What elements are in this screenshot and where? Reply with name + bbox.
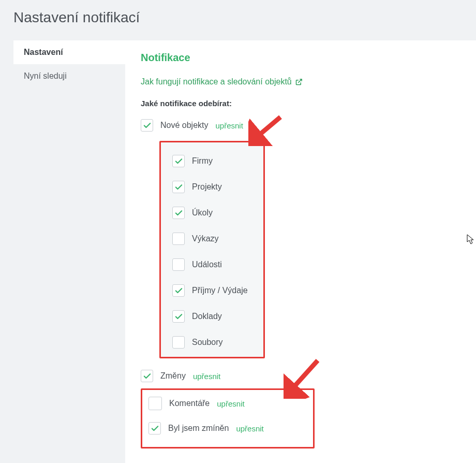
nested-label: Úkoly [192,208,213,218]
nested-label: Projekty [192,182,222,192]
nested-label: Soubory [192,338,223,347]
checkbox-ukoly[interactable] [172,207,185,219]
checkbox-firmy[interactable] [172,155,185,167]
check-icon [143,372,152,381]
refine-link-new-objects[interactable]: upřesnit [216,121,243,130]
help-link-label: Jak fungují notifikace a sledování objek… [141,77,292,86]
nested-label: Doklady [192,312,222,321]
group-row-changes: Změny upřesnit [141,368,460,384]
checkbox-prijmy-vydaje[interactable] [172,284,185,297]
check-icon [174,209,183,218]
nested-label: Události [192,260,222,269]
checkbox-soubory[interactable] [172,336,185,349]
group-row-comments: Komentáře upřesnit [148,395,307,412]
help-link[interactable]: Jak fungují notifikace a sledování objek… [141,77,303,86]
checkbox-vykazy[interactable] [172,233,185,245]
nested-label: Firmy [192,156,213,166]
nested-row: Firmy [172,153,252,169]
group-label: Změny [160,371,186,381]
nested-row: Soubory [172,334,252,351]
cursor-icon [467,234,474,247]
check-icon [174,286,183,295]
nested-row: Úkoly [172,205,252,221]
page-title: Nastavení notifikací [0,0,476,40]
check-icon [174,312,183,321]
nested-row: Příjmy / Výdaje [172,282,252,299]
nested-highlight-box: Firmy Projekty Úkoly Výkazy Události Pří… [159,141,265,358]
checkbox-udalosti[interactable] [172,258,185,271]
nested-label: Příjmy / Výdaje [192,286,248,295]
section-title: Notifikace [141,52,460,64]
checkbox-doklady[interactable] [172,310,185,323]
nested-row: Projekty [172,179,252,195]
sidebar-item-label: Nyní sleduji [24,71,67,81]
group-row-mentioned: Byl jsem zmíněn upřesnit [148,420,307,437]
subscribe-heading: Jaké notifikace odebírat: [141,99,460,108]
nested-row: Výkazy [172,230,252,247]
nested-row: Události [172,256,252,273]
check-icon [174,157,183,166]
refine-link-mentioned[interactable]: upřesnit [236,424,263,433]
external-link-icon [295,78,303,86]
check-icon [143,121,152,130]
sidebar-item-following[interactable]: Nyní sleduji [13,64,125,88]
bottom-highlight-box: Komentáře upřesnit Byl jsem zmíněn upřes… [141,388,315,448]
sidebar-item-label: Nastavení [24,48,63,57]
refine-link-comments[interactable]: upřesnit [217,399,244,408]
nested-label: Výkazy [192,234,219,243]
group-label: Byl jsem zmíněn [168,424,229,433]
refine-link-changes[interactable]: upřesnit [193,372,220,381]
checkbox-comments[interactable] [148,397,162,410]
group-label: Komentáře [169,399,210,408]
group-row-new-objects: Nové objekty upřesnit [141,117,460,134]
check-icon [151,424,159,433]
check-icon [174,183,183,192]
checkbox-mentioned[interactable] [148,422,161,435]
nested-row: Doklady [172,308,252,325]
content-panel: Notifikace Jak fungují notifikace a sled… [125,40,476,463]
sidebar: Nastavení Nyní sleduji [13,40,125,88]
group-label: Nové objekty [160,121,209,130]
sidebar-item-settings[interactable]: Nastavení [13,40,125,64]
checkbox-new-objects[interactable] [141,119,153,132]
checkbox-projekty[interactable] [172,181,185,193]
checkbox-changes[interactable] [141,370,153,382]
